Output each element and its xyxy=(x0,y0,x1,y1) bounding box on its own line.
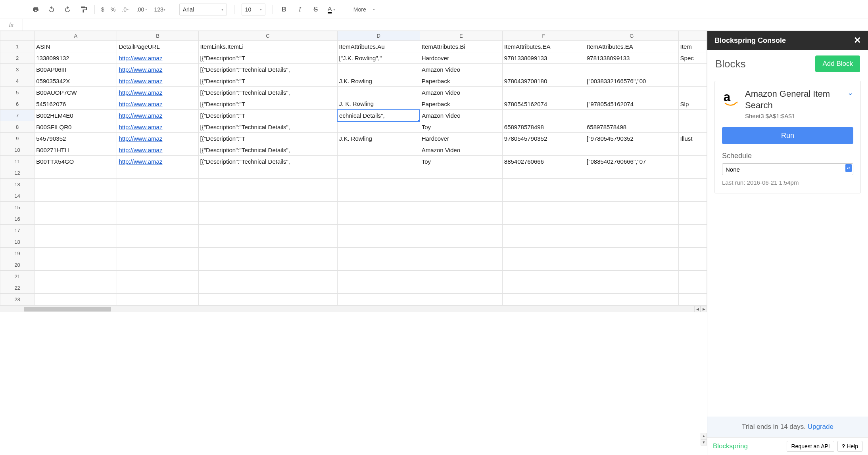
row-header[interactable]: 16 xyxy=(0,213,35,225)
cell[interactable]: [{"Description":"Technical Details", xyxy=(198,121,337,133)
column-header[interactable]: A xyxy=(35,31,117,41)
cell[interactable]: [{"Description":"T xyxy=(198,52,337,64)
cell[interactable]: J.K. Rowling xyxy=(337,133,420,144)
cell[interactable] xyxy=(35,202,117,213)
cell[interactable]: ItemAttributes.Au xyxy=(337,41,420,52)
cell[interactable]: J.K. Rowling xyxy=(337,75,420,87)
row-header[interactable]: 8 xyxy=(0,121,35,133)
help-button[interactable]: ? Help xyxy=(837,441,862,452)
cell[interactable] xyxy=(678,110,707,121)
cell[interactable]: [{"Description":"T xyxy=(198,98,337,110)
cell[interactable] xyxy=(337,271,420,282)
cell[interactable] xyxy=(337,144,420,156)
cell[interactable] xyxy=(198,190,337,202)
cell[interactable] xyxy=(198,294,337,305)
cell[interactable] xyxy=(420,236,502,248)
paint-format-icon[interactable] xyxy=(76,2,90,17)
cell[interactable]: echnical Details", xyxy=(337,110,420,121)
cell[interactable]: http://www.amaz xyxy=(117,98,198,110)
cell[interactable] xyxy=(198,179,337,190)
cell[interactable] xyxy=(585,248,678,259)
column-header[interactable]: D xyxy=(337,31,420,41)
select-all-corner[interactable] xyxy=(0,31,35,41)
cell[interactable] xyxy=(337,294,420,305)
cell[interactable] xyxy=(502,167,585,179)
cell[interactable] xyxy=(678,202,707,213)
scroll-down-icon[interactable]: ▼ xyxy=(701,439,707,445)
scroll-right-icon[interactable]: ▶ xyxy=(701,306,707,312)
cell[interactable]: B00AP06III xyxy=(35,64,117,75)
cell[interactable]: Amazon Video xyxy=(420,64,502,75)
cell[interactable] xyxy=(502,144,585,156)
cell[interactable]: [{"Description":"Technical Details", xyxy=(198,64,337,75)
cell[interactable] xyxy=(420,282,502,294)
cell[interactable] xyxy=(502,259,585,271)
more-menu[interactable]: More▾ xyxy=(350,4,378,15)
font-family-select[interactable]: Arial▾ xyxy=(179,4,227,15)
row-header[interactable]: 4 xyxy=(0,75,35,87)
cell[interactable] xyxy=(198,236,337,248)
cell[interactable]: Toy xyxy=(420,156,502,167)
cell[interactable] xyxy=(678,225,707,236)
cell[interactable] xyxy=(502,213,585,225)
cell[interactable] xyxy=(198,259,337,271)
cell[interactable] xyxy=(337,190,420,202)
cell[interactable] xyxy=(678,64,707,75)
cell[interactable] xyxy=(502,248,585,259)
cell[interactable]: B00271HTLI xyxy=(35,144,117,156)
column-header[interactable]: F xyxy=(502,31,585,41)
cell[interactable] xyxy=(117,213,198,225)
cell[interactable]: Illust xyxy=(678,133,707,144)
cell[interactable] xyxy=(198,213,337,225)
cell[interactable] xyxy=(502,271,585,282)
cell[interactable]: http://www.amaz xyxy=(117,156,198,167)
cell[interactable] xyxy=(35,167,117,179)
cell[interactable] xyxy=(420,271,502,282)
cell[interactable] xyxy=(337,64,420,75)
row-header[interactable]: 9 xyxy=(0,133,35,144)
cell[interactable] xyxy=(35,271,117,282)
cell[interactable]: http://www.amaz xyxy=(117,52,198,64)
row-header[interactable]: 3 xyxy=(0,64,35,75)
cell[interactable]: ["9780545790352 xyxy=(585,133,678,144)
cell[interactable]: 9780545162074 xyxy=(502,98,585,110)
cell[interactable]: http://www.amaz xyxy=(117,87,198,98)
cell[interactable] xyxy=(117,248,198,259)
row-header[interactable]: 12 xyxy=(0,167,35,179)
strikethrough-button[interactable]: S xyxy=(309,2,323,17)
cell[interactable]: Spec xyxy=(678,52,707,64)
cell[interactable] xyxy=(585,294,678,305)
cell[interactable] xyxy=(678,259,707,271)
cell[interactable]: DetailPageURL xyxy=(117,41,198,52)
cell[interactable]: http://www.amaz xyxy=(117,64,198,75)
cell[interactable] xyxy=(337,248,420,259)
cell[interactable]: J. K. Rowling xyxy=(337,98,420,110)
scroll-up-icon[interactable]: ▲ xyxy=(701,433,707,439)
cell[interactable]: Amazon Video xyxy=(420,110,502,121)
cell[interactable] xyxy=(35,190,117,202)
number-format-button[interactable]: 123 ▾ xyxy=(152,2,167,17)
cell[interactable]: Paperback xyxy=(420,75,502,87)
cell[interactable] xyxy=(420,213,502,225)
cell[interactable]: 9780439708180 xyxy=(502,75,585,87)
cell[interactable] xyxy=(117,236,198,248)
cell[interactable]: [{"Description":"T xyxy=(198,75,337,87)
row-header[interactable]: 22 xyxy=(0,282,35,294)
row-header[interactable]: 13 xyxy=(0,179,35,190)
cell[interactable] xyxy=(678,75,707,87)
row-header[interactable]: 5 xyxy=(0,87,35,98)
cell[interactable] xyxy=(585,87,678,98)
cell[interactable] xyxy=(678,179,707,190)
cell[interactable]: Paperback xyxy=(420,98,502,110)
run-button[interactable]: Run xyxy=(722,127,853,144)
close-icon[interactable]: ✕ xyxy=(854,35,861,46)
cell[interactable] xyxy=(502,87,585,98)
scrollbar-thumb[interactable] xyxy=(24,307,111,312)
cell[interactable] xyxy=(117,167,198,179)
row-header[interactable]: 10 xyxy=(0,144,35,156)
cell[interactable] xyxy=(502,179,585,190)
cell[interactable] xyxy=(502,190,585,202)
cell[interactable] xyxy=(502,282,585,294)
cell[interactable]: ASIN xyxy=(35,41,117,52)
cell[interactable]: ItemAttributes.Bi xyxy=(420,41,502,52)
